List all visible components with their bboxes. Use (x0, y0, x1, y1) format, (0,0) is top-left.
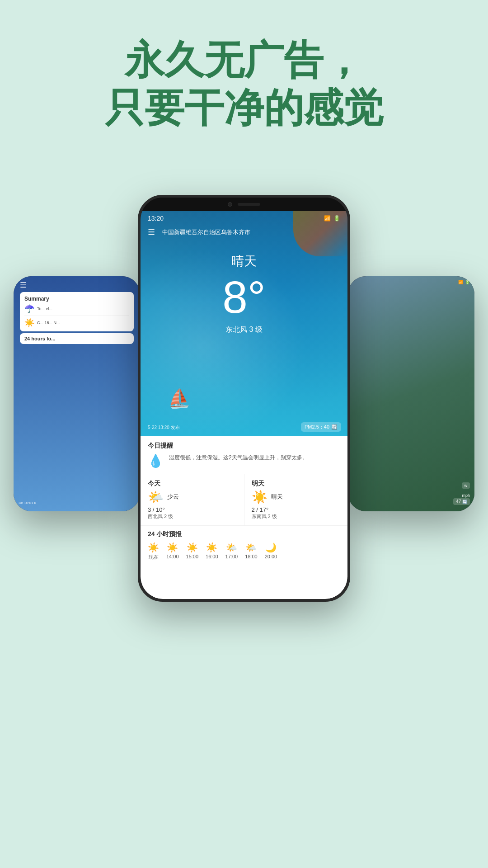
headline-line2: 只要干净的感觉 (105, 85, 383, 130)
refresh-icon-center[interactable]: 🔄 (331, 424, 338, 430)
reminder-content: 💧 湿度很低，注意保湿。这2天气温会明显上升，别穿太多。 (148, 453, 340, 468)
mph-text: mph (462, 493, 470, 498)
hourly-icon-1: ☀️ (166, 542, 179, 553)
speaker-grille (238, 203, 260, 206)
hourly-icon-5: 🌤️ (245, 542, 258, 553)
today-details: C... 18... N... (37, 321, 60, 325)
right-phone-screen: 📶 🔋 w mph 47 🔄 (348, 276, 474, 511)
today-weather: 🌤️ 少云 (148, 490, 237, 505)
forecast-today: 今天 🌤️ 少云 3 / 10° 西北风 2 级 (141, 474, 244, 525)
hourly-icon-2: ☀️ (186, 542, 199, 553)
wind-info: 东北风 3 级 (141, 325, 347, 335)
weather-main: 晴天 8° 东北风 3 级 (141, 239, 347, 335)
hourly-time-5: 18:00 (245, 554, 258, 559)
hourly-time-1: 14:00 (166, 554, 179, 559)
right-phone: 📶 🔋 w mph 47 🔄 (348, 276, 474, 511)
umbrella-icon: ☂️ (24, 304, 34, 314)
wind-text: w (465, 483, 468, 488)
left-menu-icon: ☰ (20, 281, 134, 289)
today-temp: 3 / 10° (148, 506, 237, 513)
hourly-item-4: 🌤️ 17:00 (225, 542, 238, 561)
status-bar: 13:20 📶 🔋 (141, 211, 347, 226)
today-icon: 🌤️ (148, 490, 164, 505)
battery-icon-center: 🔋 (333, 215, 340, 222)
left-summary-card: Summary ☂️ To... el... ☀️ C... 18... N..… (20, 292, 134, 331)
hourly-time-6: 20:00 (265, 554, 277, 559)
hourly-time-0: 现在 (148, 554, 159, 561)
forecast-tomorrow: 明天 ☀️ 晴天 2 / 17° 东南风 2 级 (244, 474, 348, 525)
date-badge: 1/6 10:01 u (18, 501, 36, 505)
hourly-time-4: 17:00 (225, 554, 238, 559)
pm-badge-right: 47 🔄 (453, 498, 470, 505)
tomorrow-temp: 2 / 17° (252, 506, 341, 513)
weather-condition: 晴天 (141, 253, 347, 270)
status-icons: 📶 🔋 (324, 215, 340, 222)
hourly-item-0: ☀️ 现在 (148, 542, 159, 561)
white-section: 今日提醒 💧 湿度很低，注意保湿。这2天气温会明显上升，别穿太多。 今天 🌤️ … (141, 436, 347, 599)
hourly-icon-4: 🌤️ (225, 542, 238, 553)
wifi-icon-right: 📶 (458, 280, 463, 284)
left-phone-content: ☰ Summary ☂️ To... el... ☀️ C... 18... N… (14, 276, 140, 349)
notch-area (141, 198, 347, 211)
pm25-badge: PM2.5：40 🔄 (301, 422, 341, 432)
header-section: 永久无广告， 只要干净的感觉 (0, 0, 488, 159)
center-phone-screen: 13:20 📶 🔋 ☰ 中国新疆维吾尔自治区乌鲁木齐市 晴天 8° 东北风 3 … (141, 211, 347, 599)
right-status-bar: 📶 🔋 (458, 280, 470, 284)
reminder-title: 今日提醒 (148, 442, 340, 450)
publish-time: 5-22 13:20 发布 (148, 425, 180, 431)
summary-text: To... el... (37, 307, 52, 311)
today-row: ☀️ C... 18... N... (24, 316, 129, 328)
hourly-item-2: ☀️ 15:00 (186, 542, 199, 561)
status-time: 13:20 (148, 215, 164, 222)
hourly-item-5: 🌤️ 18:00 (245, 542, 258, 561)
summary-row: ☂️ To... el... (24, 304, 129, 314)
hourly-time-3: 16:00 (206, 554, 218, 559)
top-bar[interactable]: ☰ 中国新疆维吾尔自治区乌鲁木齐市 (141, 226, 347, 239)
refresh-icon: 🔄 (462, 500, 467, 504)
hourly-icon-0: ☀️ (148, 542, 159, 553)
hourly-item-1: ☀️ 14:00 (166, 542, 179, 561)
today-label: 今天 (148, 480, 237, 488)
center-phone: 13:20 📶 🔋 ☰ 中国新疆维吾尔自治区乌鲁木齐市 晴天 8° 东北风 3 … (138, 195, 350, 602)
tomorrow-label: 明天 (252, 480, 341, 488)
summary-label: Summary (24, 296, 129, 302)
hours-label: 24 hours fo... (20, 333, 134, 344)
sailboat-icon: ⛵ (167, 387, 191, 410)
hourly-time-2: 15:00 (186, 554, 199, 559)
headline: 永久无广告， 只要干净的感觉 (0, 36, 488, 132)
hourly-row: ☀️ 现在 ☀️ 14:00 ☀️ 15:00 ☀️ (148, 542, 340, 561)
weather-background: 13:20 📶 🔋 ☰ 中国新疆维吾尔自治区乌鲁木齐市 晴天 8° 东北风 3 … (141, 211, 347, 436)
temperature-display: 8° (141, 274, 347, 320)
hourly-item-6: 🌙 20:00 (265, 542, 277, 561)
wifi-icon-center: 📶 (324, 215, 331, 222)
reminder-text: 湿度很低，注意保湿。这2天气温会明显上升，别穿太多。 (169, 453, 308, 462)
tomorrow-condition: 晴天 (271, 493, 283, 501)
hourly-icon-3: ☀️ (206, 542, 218, 553)
headline-line1: 永久无广告， (125, 38, 363, 82)
mph-label: mph (462, 493, 470, 498)
tomorrow-icon: ☀️ (252, 490, 267, 505)
battery-icon-right: 🔋 (465, 280, 470, 284)
hourly-item-3: ☀️ 16:00 (206, 542, 218, 561)
tomorrow-weather: ☀️ 晴天 (252, 490, 341, 505)
menu-icon-center[interactable]: ☰ (148, 227, 155, 237)
location-text: 中国新疆维吾尔自治区乌鲁木齐市 (162, 228, 250, 236)
today-condition: 少云 (167, 493, 179, 501)
water-drop-icon: 💧 (148, 453, 164, 468)
reminder-section: 今日提醒 💧 湿度很低，注意保湿。这2天气温会明显上升，别穿太多。 (141, 436, 347, 474)
tomorrow-wind: 东南风 2 级 (252, 513, 341, 520)
pm-value: 47 (456, 499, 461, 504)
hourly-icon-6: 🌙 (265, 542, 277, 553)
right-phone-bg (348, 276, 474, 511)
hourly-section: 24 小时预报 ☀️ 现在 ☀️ 14:00 ☀️ 15:00 (141, 526, 347, 561)
wind-label-right: w (462, 482, 470, 489)
left-phone-screen: ☰ Summary ☂️ To... el... ☀️ C... 18... N… (14, 276, 140, 511)
phones-container: ☰ Summary ☂️ To... el... ☀️ C... 18... N… (0, 159, 488, 801)
front-camera (228, 202, 232, 207)
today-wind: 西北风 2 级 (148, 513, 237, 520)
forecast-row: 今天 🌤️ 少云 3 / 10° 西北风 2 级 明天 ☀️ 晴天 (141, 474, 347, 526)
hourly-title: 24 小时预报 (148, 530, 340, 538)
pm25-value: PM2.5：40 (305, 424, 329, 430)
left-phone: ☰ Summary ☂️ To... el... ☀️ C... 18... N… (14, 276, 140, 511)
sun-icon-sm: ☀️ (24, 318, 34, 328)
